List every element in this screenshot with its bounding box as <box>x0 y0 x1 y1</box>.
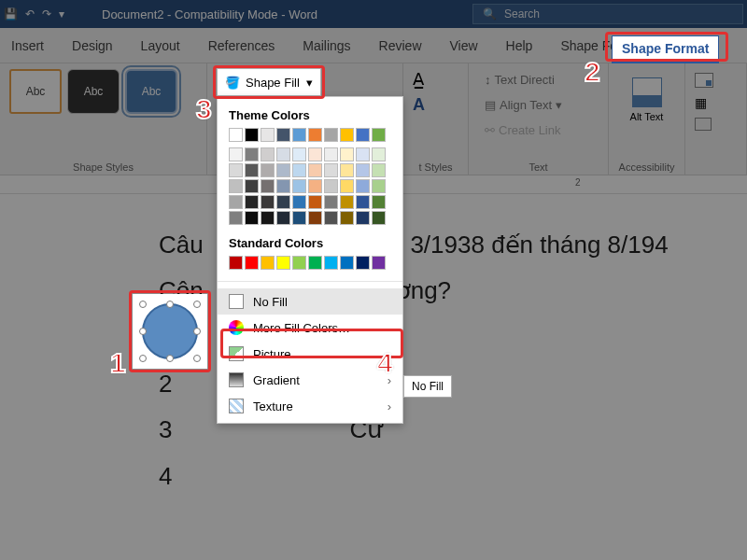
color-swatch[interactable] <box>245 128 259 142</box>
color-swatch[interactable] <box>372 195 386 209</box>
color-swatch[interactable] <box>261 179 275 193</box>
save-icon[interactable]: 💾 <box>4 7 18 21</box>
color-swatch[interactable] <box>292 179 306 193</box>
color-swatch[interactable] <box>229 195 243 209</box>
color-swatch[interactable] <box>245 195 259 209</box>
text-fill-icon[interactable]: A̲ <box>413 69 424 90</box>
color-swatch[interactable] <box>372 163 386 177</box>
color-swatch[interactable] <box>324 163 338 177</box>
shape-style-1[interactable]: Abc <box>9 69 62 114</box>
color-swatch[interactable] <box>261 128 275 142</box>
color-swatch[interactable] <box>229 211 243 225</box>
color-swatch[interactable] <box>356 211 370 225</box>
search-box[interactable]: 🔍 Search <box>472 4 743 24</box>
redo-icon[interactable]: ↷ <box>42 7 51 21</box>
tab-references[interactable]: References <box>204 33 279 59</box>
color-swatch[interactable] <box>261 256 275 270</box>
text-outline-icon[interactable]: A <box>413 95 425 115</box>
color-swatch[interactable] <box>276 211 290 225</box>
color-swatch[interactable] <box>356 147 370 161</box>
position-icon[interactable] <box>695 73 713 88</box>
tab-help[interactable]: Help <box>502 33 537 59</box>
color-swatch[interactable] <box>372 256 386 270</box>
color-swatch[interactable] <box>308 179 322 193</box>
color-swatch[interactable] <box>324 179 338 193</box>
color-swatch[interactable] <box>245 147 259 161</box>
tab-review[interactable]: Review <box>375 33 426 59</box>
wrap-text-icon[interactable]: ▦ <box>695 95 707 110</box>
shape-style-3[interactable]: Abc <box>125 69 177 114</box>
color-swatch[interactable] <box>261 211 275 225</box>
shape-style-2[interactable]: Abc <box>67 69 120 114</box>
color-swatch[interactable] <box>372 128 386 142</box>
color-swatch[interactable] <box>340 256 354 270</box>
color-swatch[interactable] <box>276 195 290 209</box>
color-swatch[interactable] <box>340 147 354 161</box>
color-swatch[interactable] <box>292 128 306 142</box>
qat-chevron-icon[interactable]: ▾ <box>59 7 64 21</box>
undo-icon[interactable]: ↶ <box>25 7 35 21</box>
color-swatch[interactable] <box>276 163 290 177</box>
accessibility-label: Accessibility <box>618 160 675 173</box>
color-swatch[interactable] <box>372 211 386 225</box>
color-swatch[interactable] <box>276 147 290 161</box>
text-direction-button[interactable]: ↕Text Directi <box>478 69 561 91</box>
color-swatch[interactable] <box>245 179 259 193</box>
color-swatch[interactable] <box>308 147 322 161</box>
color-swatch[interactable] <box>308 163 322 177</box>
color-swatch[interactable] <box>245 163 259 177</box>
color-swatch[interactable] <box>276 128 290 142</box>
color-swatch[interactable] <box>229 256 243 270</box>
bring-forward-icon[interactable] <box>695 118 712 131</box>
gradient-fill-item[interactable]: Gradient › <box>218 367 402 393</box>
color-swatch[interactable] <box>356 163 370 177</box>
color-swatch[interactable] <box>324 128 338 142</box>
color-swatch[interactable] <box>292 163 306 177</box>
color-swatch[interactable] <box>308 128 322 142</box>
color-swatch[interactable] <box>229 163 243 177</box>
align-text-button[interactable]: ▤Align Text▾ <box>478 94 569 116</box>
no-fill-item[interactable]: No Fill <box>218 288 402 315</box>
color-swatch[interactable] <box>245 256 259 270</box>
tab-mailings[interactable]: Mailings <box>299 33 354 59</box>
color-swatch[interactable] <box>229 179 243 193</box>
color-swatch[interactable] <box>340 179 354 193</box>
color-swatch[interactable] <box>340 128 354 142</box>
color-swatch[interactable] <box>356 195 370 209</box>
alt-text-button[interactable]: Alt Text <box>624 69 670 131</box>
color-swatch[interactable] <box>229 128 243 142</box>
color-swatch[interactable] <box>261 147 275 161</box>
color-swatch[interactable] <box>308 211 322 225</box>
color-swatch[interactable] <box>324 256 338 270</box>
color-swatch[interactable] <box>372 179 386 193</box>
color-swatch[interactable] <box>356 179 370 193</box>
color-swatch[interactable] <box>324 195 338 209</box>
color-swatch[interactable] <box>292 256 306 270</box>
color-swatch[interactable] <box>340 195 354 209</box>
tab-insert[interactable]: Insert <box>7 33 48 59</box>
color-swatch[interactable] <box>372 147 386 161</box>
color-swatch[interactable] <box>324 147 338 161</box>
color-swatch[interactable] <box>229 147 243 161</box>
color-swatch[interactable] <box>324 211 338 225</box>
color-swatch[interactable] <box>276 179 290 193</box>
color-swatch[interactable] <box>292 211 306 225</box>
color-swatch[interactable] <box>276 256 290 270</box>
color-swatch[interactable] <box>356 128 370 142</box>
color-swatch[interactable] <box>261 163 275 177</box>
color-swatch[interactable] <box>308 256 322 270</box>
texture-fill-item[interactable]: Texture › <box>218 393 402 419</box>
color-swatch[interactable] <box>356 256 370 270</box>
color-swatch[interactable] <box>292 147 306 161</box>
color-swatch[interactable] <box>245 211 259 225</box>
tab-layout[interactable]: Layout <box>137 33 184 59</box>
align-text-icon: ▤ <box>485 98 496 112</box>
tab-design[interactable]: Design <box>68 33 117 59</box>
color-swatch[interactable] <box>340 163 354 177</box>
search-icon: 🔍 <box>483 7 497 21</box>
tab-view[interactable]: View <box>446 33 482 59</box>
color-swatch[interactable] <box>292 195 306 209</box>
color-swatch[interactable] <box>308 195 322 209</box>
color-swatch[interactable] <box>340 211 354 225</box>
color-swatch[interactable] <box>261 195 275 209</box>
